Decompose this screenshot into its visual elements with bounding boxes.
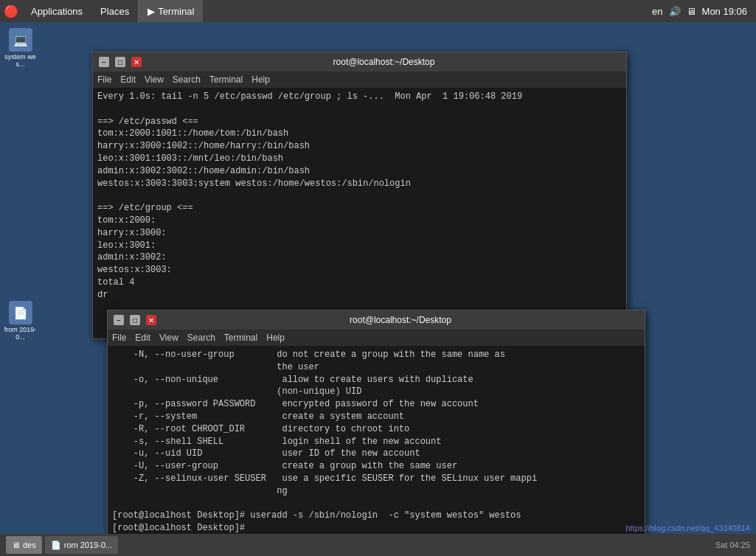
system-icon: 💻 — [9, 28, 32, 52]
bottom-task-des[interactable]: 🖥 des — [6, 536, 42, 554]
taskbar-logo: 🔴 — [0, 0, 22, 22]
terminal-2-menu-search[interactable]: Search — [187, 333, 215, 343]
terminal-1-close[interactable]: ✕ — [131, 57, 142, 67]
terminal-1-menu-search[interactable]: Search — [173, 74, 201, 85]
bottom-task-file-label: rom 2019-0... — [64, 541, 112, 549]
terminal-2-menu-edit[interactable]: Edit — [135, 333, 150, 343]
terminal-icon: ▶ — [148, 6, 155, 17]
taskbar-right: en 🔊 🖥 Mon 19:06 — [652, 6, 756, 17]
terminal-1-titlebar: − □ ✕ root@localhost:~/Desktop — [93, 52, 626, 72]
terminal-2-menu-terminal[interactable]: Terminal — [224, 333, 257, 343]
terminal-2-menu-help[interactable]: Help — [266, 333, 285, 343]
terminal-2-close[interactable]: ✕ — [146, 315, 156, 325]
terminal-1-menu-terminal[interactable]: Terminal — [209, 74, 243, 85]
terminal-2-menu-view[interactable]: View — [159, 333, 178, 343]
top-taskbar: 🔴 Applications Places ▶ Terminal en 🔊 🖥 … — [0, 0, 756, 22]
bottom-task-des-label: des — [23, 541, 36, 549]
terminal-2-content[interactable]: -N, --no-user-group do not create a grou… — [108, 346, 645, 538]
terminal-1-menu-edit[interactable]: Edit — [120, 74, 136, 85]
desktop-icon-file[interactable]: 📄 from 2019-0... — [0, 295, 41, 347]
terminal-1-menu-help[interactable]: Help — [252, 74, 270, 85]
watermark: https://blog.csdn.net/qq_43340814 — [625, 524, 750, 532]
bottom-task-file-icon: 📄 — [51, 541, 61, 550]
bottom-taskbar: 🖥 des 📄 rom 2019-0... Sat 04:25 — [0, 534, 756, 556]
applications-menu[interactable]: Applications — [22, 0, 91, 22]
datetime-display: Mon 19:06 — [702, 6, 747, 17]
file-icon: 📄 — [9, 301, 32, 324]
terminal-1-menu-file[interactable]: File — [97, 74, 111, 85]
terminal-2-menu-file[interactable]: File — [112, 333, 126, 343]
terminal-1-title: root@localhost:~/Desktop — [148, 57, 620, 67]
terminal-2-titlebar: − □ ✕ root@localhost:~/Desktop — [108, 310, 645, 330]
bottom-right-info: Sat 04:25 — [715, 541, 750, 549]
taskbar-left: 🔴 Applications Places ▶ Terminal — [0, 0, 203, 22]
desktop-icon-system[interactable]: 💻 system wes... — [0, 22, 41, 74]
network-icon: 🖥 — [687, 6, 696, 17]
desktop-icon-label-system: system wes... — [3, 53, 38, 68]
terminal-2-maximize[interactable]: □ — [130, 315, 140, 325]
desktop-icon-label-file: from 2019-0... — [3, 326, 38, 341]
bottom-task-des-icon: 🖥 — [12, 541, 20, 549]
fedora-icon: 🔴 — [4, 4, 18, 18]
terminal-window-2: − □ ✕ root@localhost:~/Desktop File Edit… — [107, 310, 645, 538]
terminal-1-maximize[interactable]: □ — [115, 57, 125, 67]
terminal-label: Terminal — [158, 6, 194, 17]
terminal-2-title: root@localhost:~/Desktop — [162, 315, 639, 325]
terminal-window-1: − □ ✕ root@localhost:~/Desktop File Edit… — [92, 52, 627, 339]
terminal-1-menu-view[interactable]: View — [145, 74, 164, 85]
bottom-task-file[interactable]: 📄 rom 2019-0... — [45, 536, 118, 554]
terminal-1-menubar: File Edit View Search Terminal Help — [93, 72, 626, 88]
terminal-1-content[interactable]: Every 1.0s: tail -n 5 /etc/passwd /etc/g… — [93, 88, 626, 338]
language-indicator: en — [652, 6, 662, 17]
terminal-2-menubar: File Edit View Search Terminal Help — [108, 330, 645, 346]
terminal-taskbar-btn[interactable]: ▶ Terminal — [138, 0, 203, 22]
terminal-1-minimize[interactable]: − — [99, 57, 109, 67]
terminal-2-minimize[interactable]: − — [114, 315, 124, 325]
volume-icon: 🔊 — [669, 6, 681, 17]
desktop-left: 💻 system wes... 📄 from 2019-0... — [0, 22, 41, 347]
places-menu[interactable]: Places — [91, 0, 138, 22]
